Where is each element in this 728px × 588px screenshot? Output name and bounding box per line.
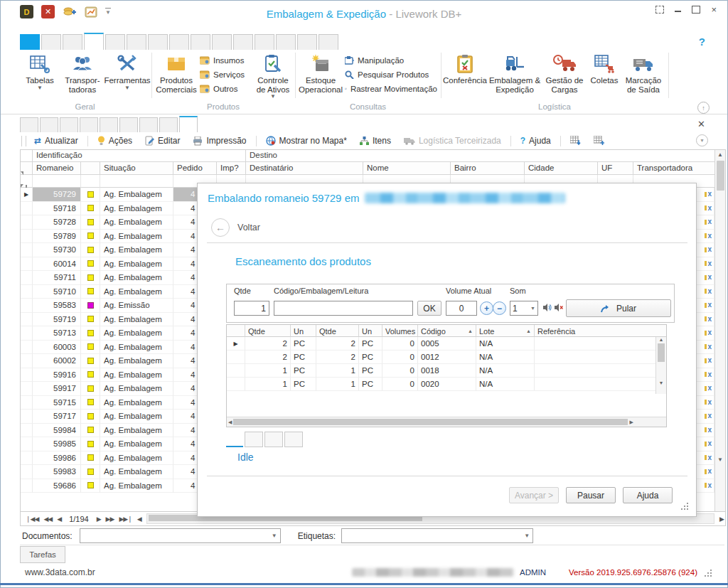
impressao-button[interactable]: Impressão xyxy=(188,136,251,146)
column-header-uf[interactable]: UF xyxy=(598,162,633,175)
controle-ativos-button[interactable]: Controle de Ativos ▼ xyxy=(252,50,294,100)
column-header-destinatario[interactable]: Destinatário xyxy=(246,162,363,175)
etiquetas-combo[interactable]: ▼ xyxy=(341,528,533,543)
sound-muted-icon[interactable] xyxy=(554,303,563,312)
conferencia-button[interactable]: Conferência xyxy=(442,50,488,85)
column-header-bairro[interactable]: Bairro xyxy=(451,162,525,175)
scroll-right-icon[interactable]: ▶ xyxy=(629,419,633,425)
column-header-volumes[interactable]: Volumes xyxy=(382,325,418,337)
codigo-input[interactable] xyxy=(274,301,413,316)
ribbon-tab[interactable] xyxy=(105,34,125,50)
pager-prev-page-button[interactable]: ◀◀ xyxy=(42,515,53,523)
scrollbar-thumb[interactable] xyxy=(658,343,665,362)
ribbon-collapse-icon[interactable]: ↑ xyxy=(697,102,710,114)
document-tab[interactable] xyxy=(119,117,138,132)
scroll-down-icon[interactable]: ▼ xyxy=(717,456,723,463)
ribbon-help-button[interactable]: ? xyxy=(699,36,705,48)
resize-grip[interactable] xyxy=(704,569,712,577)
scroll-up-icon[interactable]: ▲ xyxy=(717,151,723,158)
ferramentas-button[interactable]: Ferramentas ▼ xyxy=(105,50,149,91)
maximize-icon[interactable] xyxy=(692,6,700,14)
ribbon-tab[interactable] xyxy=(148,34,168,50)
document-tab[interactable] xyxy=(100,117,118,132)
ok-button[interactable]: OK xyxy=(417,301,441,316)
document-tab[interactable] xyxy=(20,117,38,132)
column-header-imp[interactable]: Imp? xyxy=(217,162,246,175)
volume-minus-button[interactable]: − xyxy=(493,301,506,315)
column-header-referencia[interactable]: Referência xyxy=(535,325,666,337)
voltar-button[interactable]: ← Voltar xyxy=(211,218,260,237)
ribbon-tab[interactable] xyxy=(233,34,253,50)
column-header-codigo[interactable]: Código▲ xyxy=(418,325,476,337)
column-header-lote[interactable]: Lote▲ xyxy=(476,325,535,337)
hscroll-right-icon[interactable]: ▶ xyxy=(718,515,725,523)
vertical-scrollbar[interactable]: ▲ ▼ xyxy=(714,150,725,511)
modal-tab[interactable] xyxy=(264,432,283,447)
grid-export-button[interactable] xyxy=(565,136,586,146)
transportadoras-button[interactable]: Transpor-tadoras xyxy=(60,50,105,94)
column-header-nome[interactable]: Nome xyxy=(363,162,451,175)
modal-tab[interactable] xyxy=(284,432,303,447)
modal-table-row[interactable]: 2 PC 2 PC 0 0012 N/A xyxy=(227,351,666,364)
volume-atual-input[interactable]: 0 xyxy=(446,301,477,316)
minimize-icon[interactable] xyxy=(675,11,681,12)
modal-table-row[interactable]: 1 PC 1 PC 0 0020 N/A xyxy=(227,378,666,391)
insumos-button[interactable]: Insumos xyxy=(200,54,252,66)
modal-tab[interactable] xyxy=(226,431,243,447)
toolbar-drag-handle[interactable] xyxy=(21,136,26,146)
column-header-qtde[interactable]: Qtde xyxy=(245,325,291,337)
column-header-situacao[interactable]: Situação xyxy=(100,162,173,175)
coletas-button[interactable]: Coletas xyxy=(587,50,621,85)
rastrear-movimentacao-button[interactable]: Rastrear Movimentação xyxy=(345,82,437,95)
ribbon-tab[interactable] xyxy=(297,34,317,50)
modal-table-row[interactable]: 1 PC 1 PC 0 0018 N/A xyxy=(227,364,666,378)
ribbon-tab[interactable] xyxy=(84,33,104,50)
column-header-un[interactable]: Un xyxy=(291,325,316,337)
ribbon-tab[interactable] xyxy=(63,34,82,50)
editar-button[interactable]: Editar xyxy=(140,136,185,146)
scroll-down-icon[interactable]: ▼ xyxy=(659,380,664,385)
outros-button[interactable]: Outros xyxy=(200,82,252,95)
column-header-transportadora[interactable]: Transportadora xyxy=(633,162,714,175)
mostrar-no-mapa-button[interactable]: Mostrar no Mapa* xyxy=(261,136,352,146)
pesquisar-produtos-button[interactable]: Pesquisar Produtos xyxy=(345,68,437,80)
pager-prev-button[interactable]: ◀ xyxy=(55,515,63,523)
volume-plus-button[interactable]: + xyxy=(480,301,493,315)
gestao-cargas-button[interactable]: Gestão de Cargas xyxy=(542,50,587,94)
ribbon-tab[interactable] xyxy=(255,34,274,50)
scrollbar-thumb[interactable] xyxy=(717,161,724,191)
ribbon-tab[interactable] xyxy=(276,34,296,50)
column-header-romaneio[interactable]: Romaneio xyxy=(33,162,81,175)
pausar-button[interactable]: Pausar xyxy=(566,487,616,503)
produtos-comerciais-button[interactable]: Produtos Comerciais xyxy=(153,50,200,94)
hscroll-left-icon[interactable]: ◀ xyxy=(136,515,143,523)
document-tab[interactable] xyxy=(60,117,78,132)
tarefas-button[interactable]: Tarefas xyxy=(20,546,65,563)
vertical-scrollbar[interactable]: ▲ ▼ xyxy=(655,337,666,394)
pager-next-page-button[interactable]: ▶▶ xyxy=(105,515,116,523)
acoes-button[interactable]: Ações xyxy=(92,136,137,146)
ribbon-tab[interactable] xyxy=(41,34,61,50)
modal-tab[interactable] xyxy=(245,432,263,447)
documentos-combo[interactable]: ▼ xyxy=(80,528,281,543)
column-header-cor[interactable] xyxy=(81,162,100,175)
close-icon[interactable]: × xyxy=(711,6,717,14)
pager-first-button[interactable]: ❘◀◀ xyxy=(24,515,40,523)
column-header-qtde2[interactable]: Qtde xyxy=(316,325,359,337)
ribbon-tab[interactable] xyxy=(212,34,232,50)
ribbon-tab[interactable] xyxy=(191,34,210,50)
marcacao-saida-button[interactable]: Marcação de Saída xyxy=(621,50,665,94)
ajuda-button[interactable]: Ajuda xyxy=(623,487,673,503)
scrollbar-thumb[interactable] xyxy=(233,419,628,425)
document-tab[interactable] xyxy=(80,117,98,132)
horizontal-scrollbar[interactable]: ◀ ▶ xyxy=(227,417,666,427)
pager-last-button[interactable]: ▶▶❘ xyxy=(117,515,133,523)
ribbon-tab[interactable] xyxy=(318,34,338,50)
column-header-pedido[interactable]: Pedido xyxy=(173,162,217,175)
toolbar-expand-icon[interactable]: ▾ xyxy=(696,134,708,146)
close-tab-icon[interactable]: ✕ xyxy=(697,119,705,129)
ajuda-button[interactable]: ? Ajuda xyxy=(515,136,556,146)
manipulacao-button[interactable]: Manipulação xyxy=(345,54,437,66)
itens-button[interactable]: Itens xyxy=(355,136,396,146)
dialog-resize-grip[interactable] xyxy=(680,502,689,511)
